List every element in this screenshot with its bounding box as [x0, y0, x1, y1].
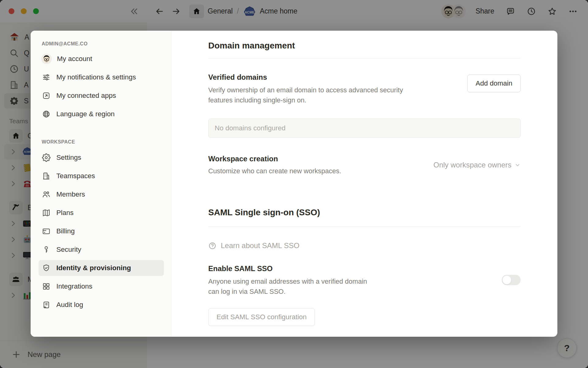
grid-icon — [42, 282, 51, 291]
settings-content: Domain management Verified domains Verif… — [172, 31, 557, 337]
saml-toggle[interactable] — [502, 275, 521, 285]
domains-empty-placeholder: No domains configured — [215, 124, 285, 132]
nav-item-settings[interactable]: Settings — [39, 150, 164, 166]
nav-item-notifications-settings[interactable]: My notifications & settings — [39, 69, 164, 85]
globe-icon — [42, 109, 51, 119]
arrow-up-right-square-icon — [42, 91, 51, 100]
verified-domains-description: Verify ownership of an email domain to a… — [208, 85, 420, 105]
nav-item-plans[interactable]: Plans — [39, 205, 164, 221]
nav-item-security[interactable]: Security — [39, 242, 164, 258]
building-icon — [42, 171, 51, 181]
domains-empty-state[interactable]: No domains configured — [208, 119, 521, 138]
verified-domains-title: Verified domains — [208, 72, 420, 82]
edit-saml-config-button[interactable]: Edit SAML SSO configuration — [208, 308, 315, 326]
scroll-icon — [42, 300, 51, 309]
nav-item-language-region[interactable]: Language & region — [39, 106, 164, 122]
gear-icon — [42, 153, 51, 162]
learn-saml-link[interactable]: Learn about SAML SSO — [208, 241, 521, 250]
key-icon — [42, 245, 51, 254]
credit-card-icon — [42, 227, 51, 236]
nav-item-connected-apps[interactable]: My connected apps — [39, 88, 164, 104]
enable-saml-description: Anyone using email addresses with a veri… — [208, 276, 378, 297]
settings-modal: ADMIN@ACME.CO My account My notification… — [31, 31, 557, 337]
workspace-creation-dropdown[interactable]: Only workspace owners — [433, 161, 521, 169]
enable-saml-title: Enable SAML SSO — [208, 263, 378, 274]
nav-section-account: ADMIN@ACME.CO — [42, 41, 164, 47]
saml-title: SAML Single sign-on (SSO) — [208, 206, 521, 219]
shield-check-icon — [42, 263, 51, 273]
nav-item-identity-provisioning[interactable]: Identity & provisioning — [39, 260, 164, 276]
nav-item-my-account[interactable]: My account — [39, 51, 164, 67]
settings-nav: ADMIN@ACME.CO My account My notification… — [31, 31, 172, 337]
question-circle-icon — [208, 242, 217, 250]
dropdown-selected-value: Only workspace owners — [433, 161, 511, 169]
verified-domains-section: Verified domains Verify ownership of an … — [208, 72, 521, 105]
nav-item-billing[interactable]: Billing — [39, 223, 164, 239]
nav-item-audit-log[interactable]: Audit log — [39, 297, 164, 313]
divider — [208, 58, 521, 59]
page-title: Domain management — [208, 39, 521, 52]
sliders-icon — [42, 73, 51, 82]
user-avatar — [42, 54, 51, 64]
app-window: General / ACME Acme home Share — [0, 0, 588, 368]
workspace-creation-title: Workspace creation — [208, 154, 341, 164]
workspace-creation-section: Workspace creation Customize who can cre… — [208, 154, 521, 176]
workspace-creation-description: Customize who can create new workspaces. — [208, 166, 341, 176]
learn-saml-label: Learn about SAML SSO — [221, 241, 300, 250]
nav-item-integrations[interactable]: Integrations — [39, 278, 164, 294]
nav-item-teamspaces[interactable]: Teamspaces — [39, 168, 164, 184]
nav-section-workspace: WORKSPACE — [42, 139, 164, 145]
nav-item-members[interactable]: Members — [39, 186, 164, 202]
two-people-icon — [42, 190, 51, 199]
chevron-down-icon — [514, 162, 521, 168]
divider — [208, 226, 521, 227]
map-icon — [42, 208, 51, 217]
enable-saml-section: Enable SAML SSO Anyone using email addre… — [208, 263, 521, 297]
add-domain-button[interactable]: Add domain — [467, 75, 521, 92]
toggle-knob — [503, 276, 511, 284]
